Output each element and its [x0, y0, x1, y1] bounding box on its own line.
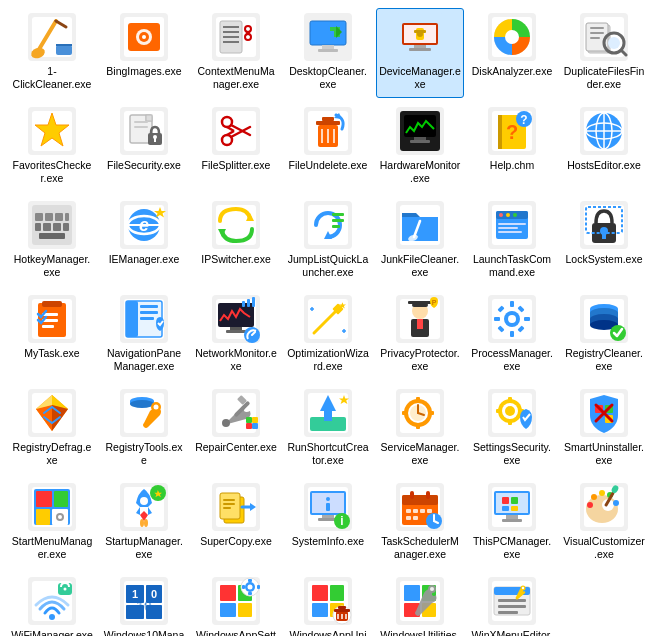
icon-winappsettings[interactable]: WindowsAppSettings.exe	[192, 572, 280, 636]
icon-help[interactable]: ? ? Help.chm	[468, 102, 556, 192]
icon-hardwaremonitor[interactable]: HardwareMonitor.exe	[376, 102, 464, 192]
hotkeymanager-icon	[28, 201, 76, 249]
svg-point-280	[140, 519, 144, 527]
icon-hotkeymanager[interactable]: HotkeyManager.exe	[8, 196, 96, 286]
svg-rect-158	[126, 301, 138, 337]
icon-win10mgr[interactable]: 10 1 0 Windows10Manager.exe	[100, 572, 188, 636]
svg-rect-28	[318, 49, 338, 52]
icon-startupmgr[interactable]: StartupManager.exe	[100, 478, 188, 568]
icon-junkfilecleaner[interactable]: JunkFileCleaner.exe	[376, 196, 464, 286]
icon-desktopcleaner[interactable]: DesktopCleaner.exe	[284, 8, 372, 98]
win10mgr-icon: 10 1 0	[120, 577, 168, 625]
icon-processmgr[interactable]: ProcessManager.exe	[468, 290, 556, 380]
svg-rect-89	[498, 115, 502, 149]
svg-rect-250	[430, 411, 434, 415]
icon-duplicatefinder[interactable]: DuplicateFilesFinder.exe	[560, 8, 648, 98]
svg-rect-296	[322, 515, 334, 518]
icon-contextmenu[interactable]: ContextMenuManager.exe	[192, 8, 280, 98]
icon-ipswitcher[interactable]: IPSwitcher.exe	[192, 196, 280, 286]
svg-rect-289	[223, 503, 235, 505]
icon-thispcmgr[interactable]: ThisPCManager.exe	[468, 478, 556, 568]
svg-text:e: e	[139, 215, 149, 235]
icon-regtools[interactable]: RegistryTools.exe	[100, 384, 188, 474]
icon-navpane[interactable]: NavigationPaneManager.exe	[100, 290, 188, 380]
svg-text:P: P	[432, 299, 437, 306]
icon-smartuninstall[interactable]: SmartUninstaller.exe	[560, 384, 648, 474]
icon-winxmenu[interactable]: WinXMenuEditor.exe	[468, 572, 556, 636]
winxmenu-icon	[488, 577, 536, 625]
svg-rect-326	[511, 506, 518, 511]
icon-netmonitor[interactable]: NetworkMonitor.exe	[192, 290, 280, 380]
netmonitor-icon	[212, 295, 260, 343]
icon-winutilities[interactable]: WindowsUtilities.exe	[376, 572, 464, 636]
visualcust-label: VisualCustomizer.exe	[563, 535, 645, 560]
icon-privacypro[interactable]: P PrivacyProtector.exe	[376, 290, 464, 380]
icon-bingimages[interactable]: BingImages.exe	[100, 8, 188, 98]
icon-1clickcleaner[interactable]: 1-ClickCleaner.exe	[8, 8, 96, 98]
svg-rect-232	[252, 423, 258, 429]
svg-rect-231	[246, 417, 252, 423]
icon-hostsedit[interactable]: HostsEditor.exe	[560, 102, 648, 192]
icon-winappuninstall[interactable]: WindowsAppUninstaller.exe	[284, 572, 372, 636]
optiwizard-label: OptimizationWizard.exe	[287, 347, 369, 372]
icon-settingssec[interactable]: SettingsSecurity.exe	[468, 384, 556, 474]
svg-rect-305	[402, 495, 438, 505]
icon-launchtask[interactable]: LaunchTaskCommand.exe	[468, 196, 556, 286]
iemanager-label: IEManager.exe	[109, 253, 180, 266]
icon-startmenumgr[interactable]: StartMenuManager.exe	[8, 478, 96, 568]
svg-rect-381	[334, 609, 350, 612]
icon-diskanalyzer[interactable]: DiskAnalyzer.exe	[468, 8, 556, 98]
icon-sysinfo[interactable]: i SystemInfo.exe	[284, 478, 372, 568]
icon-repaircenter[interactable]: RepairCenter.exe	[192, 384, 280, 474]
svg-rect-84	[414, 137, 426, 140]
svg-rect-248	[416, 425, 420, 429]
svg-rect-187	[417, 319, 423, 329]
icon-visualcust[interactable]: VisualCustomizer.exe	[560, 478, 648, 568]
hardwaremonitor-label: HardwareMonitor.exe	[379, 159, 461, 184]
svg-point-331	[587, 502, 593, 508]
svg-rect-256	[508, 397, 512, 401]
svg-point-368	[248, 585, 253, 590]
icon-iemanager[interactable]: e IEManager.exe	[100, 196, 188, 286]
privacypro-icon: P	[396, 295, 444, 343]
startupmgr-label: StartupManager.exe	[103, 535, 185, 560]
startupmgr-icon	[120, 483, 168, 531]
icon-wifimanager[interactable]: WiFiManager.exe	[8, 572, 96, 636]
icon-mytask[interactable]: MyTask.exe	[8, 290, 96, 380]
icon-regcleaner[interactable]: RegistryCleaner.exe	[560, 290, 648, 380]
svg-rect-47	[590, 32, 604, 34]
winappuninstall-label: WindowsAppUninstaller.exe	[287, 629, 369, 636]
svg-rect-105	[65, 213, 69, 221]
favoriteschecker-label: FavoritesChecker.exe	[11, 159, 93, 184]
svg-rect-194	[510, 331, 514, 337]
icon-runshortcut[interactable]: RunShortcutCreator.exe	[284, 384, 372, 474]
svg-point-136	[499, 213, 503, 217]
icon-devicemanager[interactable]: DeviceManager.exe	[376, 8, 464, 98]
svg-rect-400	[498, 611, 518, 614]
svg-rect-375	[312, 585, 328, 601]
icon-filesplitter[interactable]: FileSplitter.exe	[192, 102, 280, 192]
icon-locksystem[interactable]: LockSystem.exe	[560, 196, 648, 286]
icon-jumplist[interactable]: JumpListQuickLauncher.exe	[284, 196, 372, 286]
svg-rect-312	[406, 516, 411, 520]
help-label: Help.chm	[490, 159, 534, 172]
repaircenter-icon	[212, 389, 260, 437]
svg-rect-238	[324, 411, 332, 421]
icon-servicemgr[interactable]: ServiceManager.exe	[376, 384, 464, 474]
fileundelete-label: FileUndelete.exe	[289, 159, 368, 172]
svg-rect-159	[140, 305, 158, 308]
icon-taskscheduler[interactable]: TaskSchedulerManager.exe	[376, 478, 464, 568]
icon-fileundelete[interactable]: FileUndelete.exe	[284, 102, 372, 192]
icon-supercopy[interactable]: SuperCopy.exe	[192, 478, 280, 568]
svg-rect-108	[53, 223, 61, 231]
icon-regdefrag[interactable]: RegistryDefrag.exe	[8, 384, 96, 474]
mytask-icon	[28, 295, 76, 343]
icon-favoriteschecker[interactable]: FavoritesChecker.exe	[8, 102, 96, 192]
svg-rect-58	[146, 115, 152, 121]
svg-rect-364	[220, 603, 236, 617]
launchtask-icon	[488, 201, 536, 249]
icon-filesecurity[interactable]: FileSecurity.exe	[100, 102, 188, 192]
launchtask-label: LaunchTaskCommand.exe	[471, 253, 553, 278]
hotkeymanager-label: HotkeyManager.exe	[11, 253, 93, 278]
icon-optiwizard[interactable]: OptimizationWizard.exe	[284, 290, 372, 380]
